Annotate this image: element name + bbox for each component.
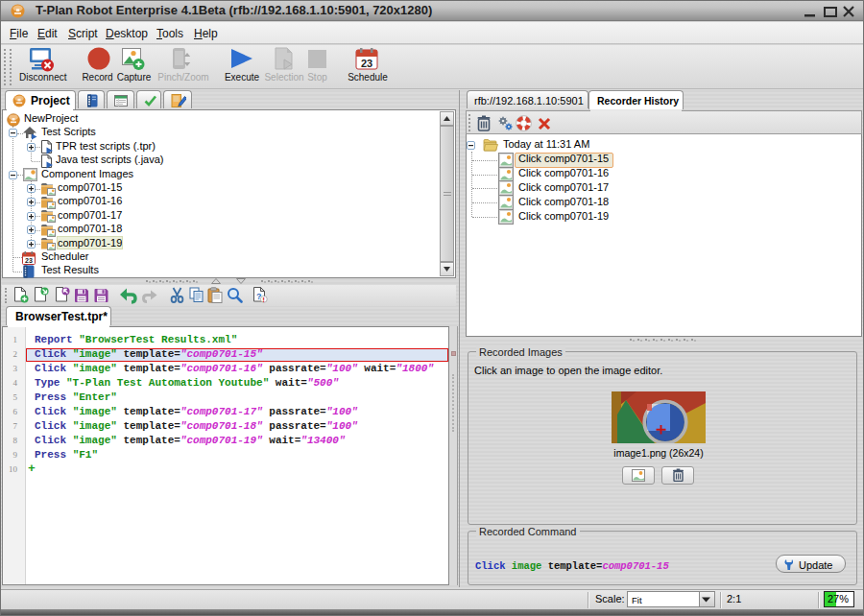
svg-text:!: ! — [262, 296, 265, 303]
svg-text:23: 23 — [361, 58, 372, 69]
svg-text:23: 23 — [25, 256, 33, 263]
